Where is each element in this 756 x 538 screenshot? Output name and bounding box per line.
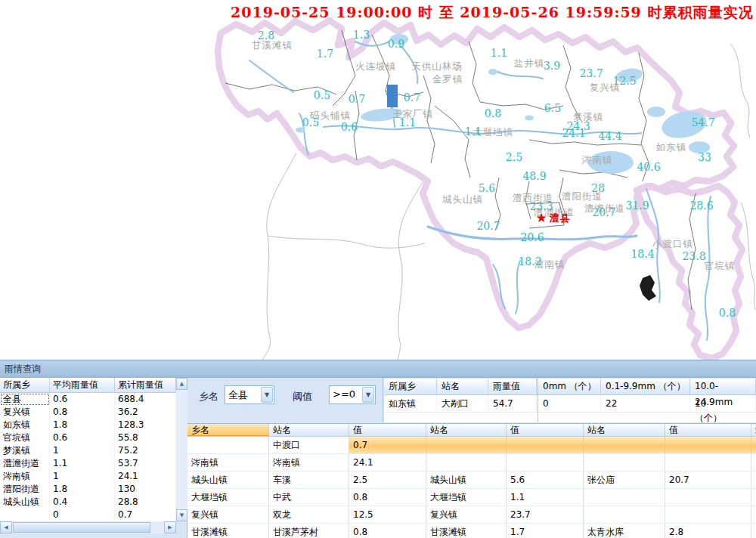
vertical-scrollbar[interactable]: ▲ ▼ bbox=[176, 378, 187, 521]
summary-table: 所属乡平均雨量值累计雨量值 全县0.6688.4复兴镇0.836.2如东镇1.8… bbox=[0, 378, 187, 538]
table-row[interactable]: 甘溪滩镇甘溪芦茅村0.8甘溪滩镇1.7太青水库2.8 bbox=[187, 524, 756, 538]
table-cell: 澧阳街道 bbox=[0, 483, 50, 496]
rain-value: 0.7 bbox=[349, 93, 365, 105]
rain-value: 5.6 bbox=[479, 182, 495, 194]
table-row[interactable]: 涔南镇涔南镇24.1 bbox=[187, 454, 756, 472]
summary-table-header: 所属乡平均雨量值累计雨量值 bbox=[0, 378, 176, 393]
table-cell bbox=[584, 506, 665, 523]
table-cell: 澧澹街道 bbox=[0, 457, 50, 470]
rain-value: 1.7 bbox=[317, 48, 333, 60]
column-header[interactable]: 10.0-24.9mm （个） bbox=[690, 379, 756, 394]
table-row[interactable]: 城头山镇车溪2.5城头山镇5.6张公庙20.7 bbox=[187, 472, 756, 489]
detail-table-header: 乡名站名值站名值站名值站名 bbox=[187, 424, 756, 437]
table-cell: 1.8 bbox=[50, 483, 115, 496]
table-cell: 官垸镇 bbox=[0, 431, 50, 444]
max-station-body: 如东镇大剐口54.7 bbox=[384, 395, 538, 413]
table-row[interactable]: 澧阳街道1.8130 bbox=[0, 483, 176, 496]
column-header[interactable]: 乡名 bbox=[187, 424, 269, 436]
rain-value: 23.8 bbox=[682, 250, 705, 262]
rain-value: 12.5 bbox=[612, 75, 636, 87]
table-row[interactable]: 00.7 bbox=[0, 509, 176, 521]
table-cell: 如东镇 bbox=[384, 395, 437, 412]
column-header[interactable]: 值 bbox=[665, 424, 751, 436]
table-row[interactable]: 涔南镇124.1 bbox=[0, 470, 176, 483]
table-cell bbox=[187, 437, 269, 453]
chevron-down-icon[interactable]: ▼ bbox=[261, 387, 273, 403]
table-cell: 复兴镇 bbox=[426, 506, 507, 523]
column-header[interactable]: 站名 bbox=[269, 424, 349, 436]
county-star-icon: ★ bbox=[535, 210, 547, 225]
rain-value: 3.9 bbox=[544, 60, 560, 72]
table-cell: 0.6 bbox=[50, 393, 115, 406]
rain-value: 54.7 bbox=[691, 116, 714, 128]
chevron-down-icon[interactable]: ▼ bbox=[362, 387, 374, 403]
column-header[interactable]: 站名 bbox=[426, 424, 507, 436]
table-cell: 中武 bbox=[269, 489, 349, 506]
township-select[interactable]: 全县 ▼ bbox=[225, 385, 274, 404]
table-cell: 54.7 bbox=[488, 395, 537, 412]
table-row[interactable]: 澧澹街道1.153.7 bbox=[0, 457, 176, 470]
rain-value: 28 bbox=[591, 182, 605, 194]
table-cell: 双龙 bbox=[269, 506, 349, 523]
table-cell: 0.7 bbox=[349, 437, 426, 453]
app-window: 2019-05-25 19:00:00 时 至 2019-05-26 19:59… bbox=[0, 0, 756, 538]
table-row[interactable]: 全县0.6688.4 bbox=[0, 393, 176, 406]
table-cell: 23.7 bbox=[507, 506, 584, 523]
table-cell bbox=[665, 489, 751, 506]
table-row[interactable]: 官垸镇0.655.8 bbox=[0, 431, 176, 444]
column-header[interactable]: 站名 bbox=[751, 424, 756, 436]
map-overlay: 甘溪滩镇火连坡镇天供山林场金罗镇盐井镇复兴镇码头铺镇王家厂镇大堰垱镇梦溪镇涔南镇… bbox=[0, 0, 756, 360]
rain-value: 1.1 bbox=[399, 116, 416, 128]
table-row[interactable]: 复兴镇双龙12.5复兴镇23.7 bbox=[187, 506, 756, 524]
column-header[interactable]: 0.1-9.9mm （个） bbox=[601, 379, 690, 394]
panel-body: 所属乡平均雨量值累计雨量值 全县0.6688.4复兴镇0.836.2如东镇1.8… bbox=[0, 378, 756, 538]
scroll-right-icon[interactable]: ▶ bbox=[164, 521, 176, 533]
stats-values-row: 02210 bbox=[538, 395, 756, 413]
table-cell: 1 bbox=[50, 470, 115, 483]
table-row[interactable]: 如东镇大剐口54.7 bbox=[384, 395, 538, 413]
scroll-left-icon[interactable]: ◀ bbox=[0, 521, 12, 533]
table-cell bbox=[665, 454, 751, 471]
table-cell bbox=[751, 437, 756, 453]
table-cell: 大堰垱镇 bbox=[187, 489, 269, 506]
column-header[interactable]: 所属乡 bbox=[384, 379, 437, 394]
table-cell: 28.8 bbox=[115, 496, 176, 509]
column-header[interactable]: 雨量值 bbox=[488, 379, 537, 394]
table-cell: 0.6 bbox=[50, 431, 115, 444]
table-row[interactable]: 大堰垱镇中武0.8大堰垱镇1.1 bbox=[187, 489, 756, 506]
table-cell: 0 bbox=[50, 509, 115, 521]
column-header[interactable]: 0mm （个） bbox=[538, 379, 601, 394]
column-header[interactable]: 所属乡 bbox=[0, 378, 50, 392]
column-header[interactable]: 平均雨量值 bbox=[50, 378, 115, 392]
table-row[interactable]: 如东镇1.8128.3 bbox=[0, 419, 176, 431]
rain-value: 48.9 bbox=[522, 170, 546, 182]
detail-table: 乡名站名值站名值站名值站名 中渡口0.7涔南镇涔南镇24.1城头山镇车溪2.5城… bbox=[187, 423, 756, 538]
summary-grid: 所属乡平均雨量值累计雨量值 全县0.6688.4复兴镇0.836.2如东镇1.8… bbox=[0, 378, 176, 521]
table-cell: 大剐口 bbox=[437, 395, 488, 412]
table-row[interactable]: 复兴镇0.836.2 bbox=[0, 406, 176, 419]
column-header[interactable]: 累计雨量值 bbox=[115, 378, 176, 392]
table-cell: 36.2 bbox=[115, 406, 176, 419]
table-cell: 0.8 bbox=[349, 489, 426, 506]
column-header[interactable]: 值 bbox=[507, 424, 584, 436]
rain-value: 2.8 bbox=[258, 29, 274, 42]
column-header[interactable]: 站名 bbox=[437, 379, 488, 394]
table-cell bbox=[584, 489, 665, 506]
table-cell: 0.4 bbox=[50, 496, 115, 509]
horizontal-scrollbar[interactable]: ◀ ▶ bbox=[0, 521, 176, 533]
table-cell bbox=[0, 509, 50, 521]
threshold-select[interactable]: >=0 ▼ bbox=[329, 385, 376, 404]
rain-value: 0.9 bbox=[388, 38, 404, 50]
table-row[interactable]: 城头山镇0.428.8 bbox=[0, 496, 176, 509]
table-row[interactable]: 梦溪镇175.2 bbox=[0, 444, 176, 457]
scroll-up-icon[interactable]: ▲ bbox=[176, 378, 187, 390]
column-header[interactable]: 值 bbox=[349, 424, 426, 436]
column-header[interactable]: 站名 bbox=[584, 424, 665, 436]
scrollbar-thumb[interactable] bbox=[13, 522, 150, 533]
table-cell: 0 bbox=[538, 395, 601, 412]
table-cell bbox=[584, 454, 665, 471]
scroll-down-icon[interactable]: ▼ bbox=[176, 509, 187, 521]
town-label: 盐井镇 bbox=[514, 57, 545, 70]
rain-value: 6.5 bbox=[544, 102, 561, 114]
table-row[interactable]: 中渡口0.7 bbox=[187, 437, 756, 454]
